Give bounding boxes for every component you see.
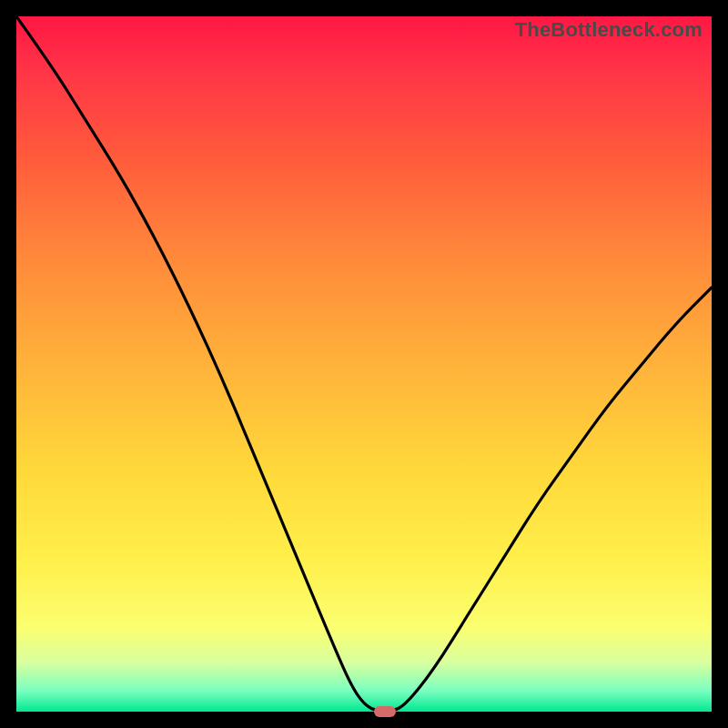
plot-area: TheBottleneck.com [16,16,712,712]
chart-frame: TheBottleneck.com [0,0,728,728]
bottleneck-curve [16,16,712,712]
curve-path [16,16,712,712]
